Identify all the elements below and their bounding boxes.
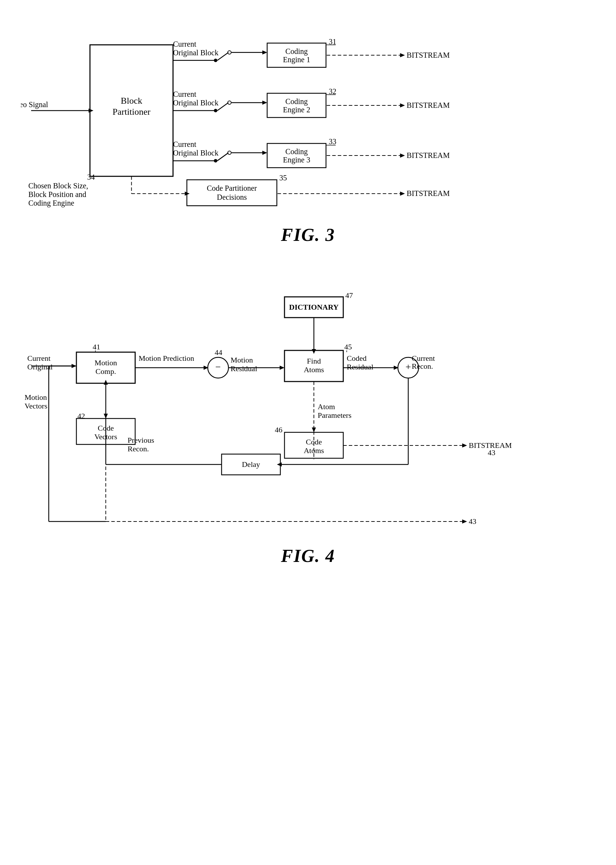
svg-text:BITSTREAM: BITSTREAM [407, 101, 450, 110]
page: Block Partitioner Video Signal 34 Chosen… [0, 0, 616, 865]
svg-text:BITSTREAM: BITSTREAM [407, 151, 450, 160]
svg-point-45 [214, 159, 217, 162]
svg-marker-129 [104, 380, 108, 385]
svg-marker-131 [312, 427, 316, 432]
svg-text:Atom: Atom [318, 402, 335, 411]
svg-text:33: 33 [329, 137, 336, 146]
svg-text:Atoms: Atoms [304, 365, 324, 374]
svg-text:35: 35 [279, 173, 287, 182]
svg-marker-107 [312, 349, 316, 354]
svg-text:Original Block: Original Block [173, 99, 219, 107]
svg-marker-26 [400, 53, 405, 57]
svg-text:Motion: Motion [25, 393, 47, 402]
svg-text:Previous: Previous [127, 436, 154, 444]
svg-text:−: − [215, 361, 221, 372]
svg-marker-139 [462, 443, 467, 447]
svg-text:Comp.: Comp. [96, 367, 116, 376]
svg-text:Coding: Coding [286, 147, 308, 156]
svg-text:Decisions: Decisions [217, 193, 247, 201]
svg-marker-69 [400, 192, 405, 196]
svg-text:Engine 1: Engine 1 [283, 55, 310, 64]
svg-text:Code: Code [306, 438, 322, 446]
svg-text:Delay: Delay [242, 460, 260, 469]
svg-text:47: 47 [345, 291, 353, 300]
svg-text:Coding: Coding [286, 97, 308, 106]
svg-text:44: 44 [215, 348, 222, 356]
svg-marker-87 [280, 366, 284, 370]
svg-line-30 [217, 103, 228, 111]
svg-text:DICTIONARY: DICTIONARY [289, 303, 339, 311]
svg-text:Engine 2: Engine 2 [283, 105, 310, 114]
svg-text:43: 43 [488, 448, 495, 457]
svg-text:Current: Current [412, 354, 435, 363]
svg-text:Engine 3: Engine 3 [283, 155, 310, 164]
svg-text:Motion Prediction: Motion Prediction [138, 354, 194, 363]
svg-marker-33 [262, 100, 267, 105]
svg-text:Current: Current [173, 140, 196, 149]
svg-text:Residual: Residual [347, 363, 373, 371]
svg-text:46: 46 [275, 425, 283, 434]
svg-marker-126 [277, 462, 282, 466]
svg-point-12 [214, 59, 217, 62]
svg-marker-42 [400, 103, 405, 107]
fig4-title: FIG. 4 [21, 546, 595, 566]
fig3-title: FIG. 3 [21, 224, 595, 245]
svg-text:Residual: Residual [231, 364, 257, 373]
svg-text:Block Position and: Block Position and [28, 190, 86, 199]
svg-marker-118 [462, 520, 467, 524]
svg-text:BITSTREAM: BITSTREAM [407, 189, 450, 198]
svg-marker-4 [88, 108, 93, 113]
svg-text:Current: Current [173, 40, 196, 49]
svg-text:Coding Engine: Coding Engine [28, 199, 74, 207]
svg-text:Original Block: Original Block [173, 49, 219, 57]
svg-text:41: 41 [93, 342, 100, 351]
svg-line-13 [217, 53, 228, 60]
svg-text:Current: Current [173, 90, 196, 99]
svg-text:Motion: Motion [95, 358, 117, 367]
svg-text:Recon.: Recon. [412, 362, 433, 370]
svg-text:34: 34 [87, 173, 95, 181]
svg-text:42: 42 [77, 411, 85, 420]
svg-text:Current: Current [27, 354, 50, 363]
svg-line-46 [217, 153, 228, 161]
svg-text:45: 45 [344, 342, 352, 351]
svg-point-29 [214, 109, 217, 112]
svg-marker-49 [262, 151, 267, 155]
svg-text:32: 32 [329, 87, 336, 96]
fig4-diagram: Current Original Motion Comp. 41 Motion … [21, 259, 595, 542]
svg-text:Code Partitioner: Code Partitioner [207, 184, 257, 193]
svg-text:43: 43 [469, 517, 476, 526]
svg-text:Partitioner: Partitioner [112, 107, 150, 117]
svg-text:Chosen Block Size,: Chosen Block Size, [28, 181, 88, 190]
svg-text:Motion: Motion [231, 356, 253, 364]
svg-text:Atoms: Atoms [304, 446, 324, 455]
svg-text:Video Signal: Video Signal [21, 100, 48, 109]
fig3-diagram: Block Partitioner Video Signal 34 Chosen… [21, 21, 595, 221]
svg-text:BITSTREAM: BITSTREAM [407, 51, 450, 60]
svg-text:Vectors: Vectors [25, 402, 47, 410]
svg-text:Find: Find [307, 356, 321, 365]
svg-text:Coding: Coding [286, 47, 308, 56]
svg-text:Parameters: Parameters [318, 411, 352, 419]
svg-text:Original Block: Original Block [173, 149, 219, 157]
svg-marker-17 [262, 50, 267, 55]
svg-text:Coded: Coded [347, 354, 366, 363]
svg-text:Block: Block [121, 96, 142, 106]
svg-marker-58 [400, 154, 405, 158]
svg-text:+: + [405, 361, 411, 372]
svg-text:31: 31 [329, 37, 336, 46]
svg-text:Recon.: Recon. [127, 444, 149, 453]
